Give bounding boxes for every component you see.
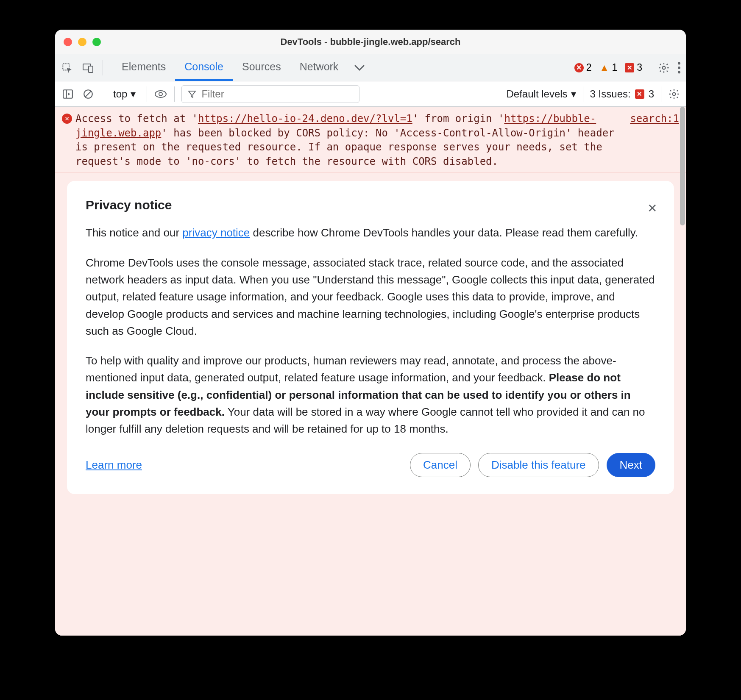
more-options-icon[interactable] <box>677 62 681 74</box>
notice-footer: Learn more Cancel Disable this feature N… <box>86 453 655 477</box>
titlebar: DevTools - bubble-jingle.web.app/search <box>55 30 686 54</box>
svg-rect-2 <box>89 66 93 72</box>
issues-link[interactable]: 3 Issues: ✕ 3 <box>590 88 654 100</box>
svg-point-4 <box>678 62 680 64</box>
next-button[interactable]: Next <box>607 453 655 477</box>
scrollbar[interactable] <box>680 107 685 636</box>
warning-count[interactable]: ▲ 1 <box>599 62 618 74</box>
disable-feature-button[interactable]: Disable this feature <box>478 453 599 477</box>
notice-paragraph-1: This notice and our privacy notice descr… <box>86 224 655 241</box>
divider <box>650 60 650 75</box>
filter-icon <box>188 90 196 98</box>
learn-more-link[interactable]: Learn more <box>86 458 142 472</box>
divider <box>147 86 147 102</box>
divider <box>174 86 175 102</box>
live-expression-icon[interactable] <box>154 87 167 101</box>
window-title: DevTools - bubble-jingle.web.app/search <box>55 36 686 47</box>
error-text: Access to fetch at 'https://hello-io-24.… <box>75 112 620 169</box>
tab-elements[interactable]: Elements <box>112 54 175 81</box>
notice-paragraph-2: Chrome DevTools uses the console message… <box>86 254 655 339</box>
maximize-window-button[interactable] <box>92 38 101 46</box>
devtools-window: DevTools - bubble-jingle.web.app/search … <box>55 30 686 636</box>
divider <box>102 86 102 102</box>
filter-input[interactable] <box>181 85 359 103</box>
filter-field[interactable] <box>201 88 353 100</box>
error-source-link[interactable]: search:1 <box>630 112 679 169</box>
issues-count-value: 3 <box>637 62 642 73</box>
chevron-down-icon: ▾ <box>571 88 576 100</box>
notice-title: Privacy notice <box>86 198 655 212</box>
issues-count[interactable]: ✕ 3 <box>625 62 642 73</box>
svg-rect-7 <box>63 90 72 98</box>
svg-point-6 <box>678 71 680 73</box>
console-error-message[interactable]: ✕ Access to fetch at 'https://hello-io-2… <box>55 107 686 172</box>
notice-paragraph-3: To help with quality and improve our pro… <box>86 352 655 437</box>
log-levels-selector[interactable]: Default levels ▾ <box>507 88 576 100</box>
close-window-button[interactable] <box>64 38 72 46</box>
issues-label: 3 Issues: <box>590 88 631 100</box>
svg-point-3 <box>663 66 666 69</box>
svg-point-13 <box>673 92 676 95</box>
console-body: ✕ Access to fetch at 'https://hello-io-2… <box>55 107 686 636</box>
close-icon[interactable]: ✕ <box>647 201 657 215</box>
context-selector[interactable]: top ▾ <box>109 86 140 102</box>
privacy-notice-link[interactable]: privacy notice <box>182 226 250 239</box>
svg-point-11 <box>155 91 166 97</box>
toggle-sidebar-icon[interactable] <box>61 87 75 101</box>
error-count-value: 2 <box>586 62 592 73</box>
device-toolbar-icon[interactable] <box>81 61 95 75</box>
minimize-window-button[interactable] <box>78 38 86 46</box>
scrollbar-thumb[interactable] <box>680 107 685 225</box>
error-icon: ✕ <box>574 63 584 72</box>
warning-icon: ▲ <box>599 62 610 74</box>
divider <box>103 60 103 75</box>
issues-badge-count: 3 <box>649 88 654 100</box>
warning-count-value: 1 <box>612 62 617 73</box>
console-toolbar: top ▾ Default levels ▾ 3 Issues: ✕ 3 <box>55 81 686 107</box>
tab-console[interactable]: Console <box>175 54 233 81</box>
main-tabbar: Elements Console Sources Network ✕ 2 ▲ 1… <box>55 54 686 81</box>
clear-console-icon[interactable] <box>81 87 95 101</box>
divider <box>583 86 583 102</box>
error-icon: ✕ <box>62 114 72 124</box>
error-url-1[interactable]: https://hello-io-24.deno.dev/?lvl=1 <box>198 113 412 125</box>
error-count[interactable]: ✕ 2 <box>574 62 592 73</box>
context-value: top <box>113 88 127 100</box>
window-controls <box>64 38 101 46</box>
more-tabs-button[interactable] <box>348 54 371 81</box>
issue-icon: ✕ <box>635 89 644 99</box>
divider <box>661 86 661 102</box>
cancel-button[interactable]: Cancel <box>410 453 471 477</box>
levels-label: Default levels <box>507 88 568 100</box>
settings-icon[interactable] <box>658 62 670 74</box>
tab-sources[interactable]: Sources <box>233 54 290 81</box>
svg-line-10 <box>86 91 91 97</box>
console-settings-icon[interactable] <box>668 88 680 100</box>
tab-network[interactable]: Network <box>290 54 348 81</box>
privacy-notice-card: Privacy notice ✕ This notice and our pri… <box>67 181 674 494</box>
svg-point-12 <box>159 92 162 96</box>
panel-tabs: Elements Console Sources Network <box>112 54 371 81</box>
issue-icon: ✕ <box>625 63 634 72</box>
notice-body: This notice and our privacy notice descr… <box>86 224 655 437</box>
inspect-icon[interactable] <box>60 61 74 75</box>
svg-point-5 <box>678 67 680 69</box>
chevron-down-icon: ▾ <box>131 88 136 100</box>
